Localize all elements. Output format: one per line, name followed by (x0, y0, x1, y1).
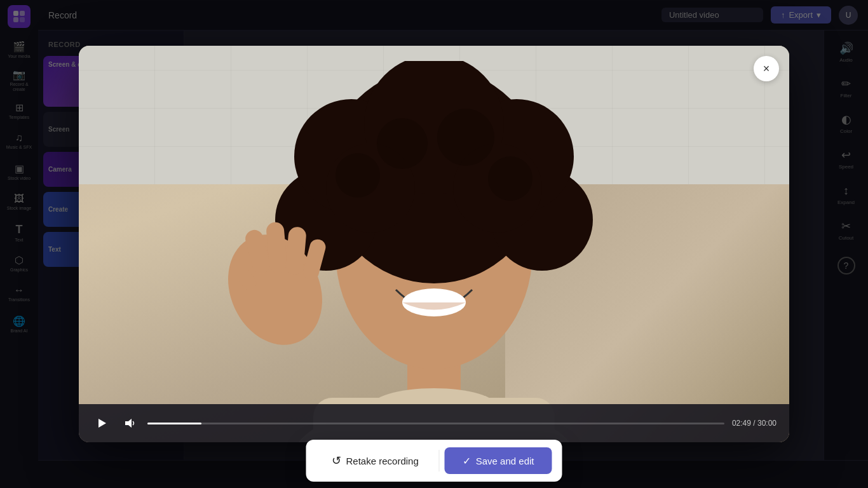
video-preview: 02:49 / 30:00 (79, 46, 789, 442)
action-buttons: ↺ Retake recording ✓ Save and edit (306, 440, 562, 482)
progress-fill (147, 423, 201, 424)
svg-point-26 (336, 153, 380, 198)
svg-marker-34 (98, 419, 106, 428)
close-icon: × (763, 62, 770, 76)
svg-marker-35 (125, 419, 132, 428)
checkmark-icon: ✓ (463, 455, 471, 467)
retake-icon: ↺ (332, 454, 341, 468)
play-button[interactable] (92, 413, 112, 433)
retake-label: Retake recording (346, 456, 419, 466)
modal-overlay: 02:49 / 30:00 × ↺ Retake recording ✓ Sav… (0, 0, 868, 488)
svg-point-27 (488, 156, 532, 201)
svg-point-24 (377, 118, 428, 169)
save-label: Save and edit (476, 456, 534, 466)
retake-recording-button[interactable]: ↺ Retake recording (316, 447, 434, 474)
close-button[interactable]: × (754, 56, 779, 81)
time-display: 02:49 / 30:00 (732, 419, 776, 428)
save-and-edit-button[interactable]: ✓ Save and edit (445, 447, 552, 474)
video-controls: 02:49 / 30:00 (79, 404, 789, 442)
volume-button[interactable] (119, 413, 140, 433)
button-divider (439, 450, 440, 471)
video-modal: 02:49 / 30:00 × (79, 46, 789, 442)
person-illustration (148, 61, 720, 442)
svg-point-25 (437, 109, 494, 166)
progress-bar[interactable] (147, 423, 724, 424)
